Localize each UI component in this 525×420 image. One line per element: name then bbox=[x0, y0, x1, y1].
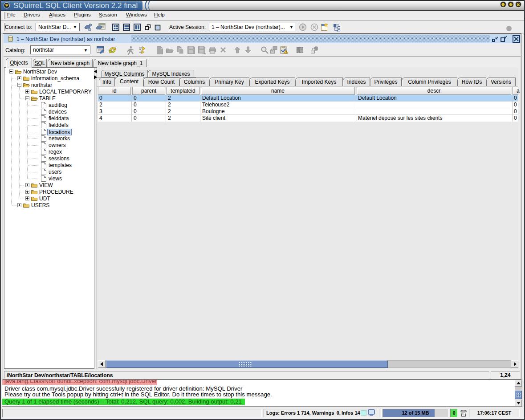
svg-text:SQuirreL SQL Client Version 2.: SQuirreL SQL Client Version 2.2 final bbox=[13, 1, 138, 10]
svg-text:!: ! bbox=[286, 51, 287, 54]
